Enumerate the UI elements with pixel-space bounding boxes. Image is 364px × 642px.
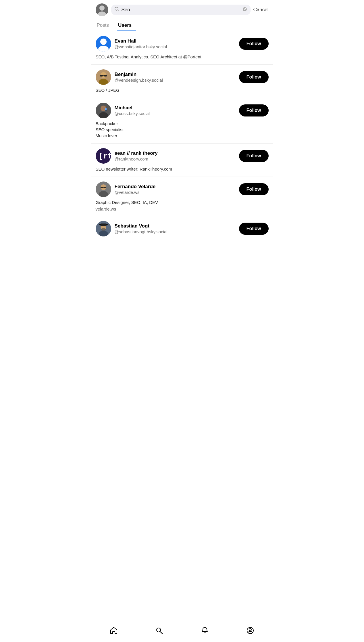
current-user-avatar[interactable] <box>96 3 108 16</box>
follow-button-sebastian[interactable]: Follow <box>239 223 269 235</box>
tab-users[interactable]: Users <box>117 20 136 31</box>
svg-text:[rt]: [rt] <box>99 152 111 160</box>
user-item-sebastian: Sebastian Vogt @sebastianvogt.bsky.socia… <box>91 216 273 241</box>
avatar-benjamin[interactable] <box>96 69 111 85</box>
header: Cancel <box>91 0 273 20</box>
user-handle-fernando: @velarde.ws <box>115 190 236 195</box>
user-link-fernando: velarde.ws <box>96 207 269 211</box>
user-bio-fernando: Graphic Designer, SEO, IA, DEV <box>96 199 269 205</box>
user-name-fernando: Fernando Velarde <box>115 184 236 190</box>
search-input[interactable] <box>122 7 240 13</box>
user-list: Evan Hall @websitejanitor.bsky.social Fo… <box>91 31 273 241</box>
follow-button-fernando[interactable]: Follow <box>239 183 269 195</box>
avatar-sebastian[interactable] <box>96 221 111 236</box>
user-bio-sean: SEO newsletter writer: RankTheory.com <box>96 166 269 172</box>
tabs-bar: Posts Users <box>91 20 273 31</box>
avatar-sean[interactable]: [rt] <box>96 148 111 164</box>
user-handle-sebastian: @sebastianvogt.bsky.social <box>115 229 236 234</box>
svg-line-4 <box>118 10 119 12</box>
user-info-evan-hall: Evan Hall @websitejanitor.bsky.social <box>115 38 236 49</box>
search-bar[interactable] <box>111 5 251 15</box>
user-item-evan-hall: Evan Hall @websitejanitor.bsky.social Fo… <box>91 31 273 65</box>
svg-point-26 <box>99 191 108 197</box>
svg-rect-27 <box>101 187 103 188</box>
svg-point-13 <box>99 79 108 85</box>
svg-rect-14 <box>100 75 103 77</box>
tab-posts[interactable]: Posts <box>96 20 114 31</box>
search-icon <box>115 7 119 13</box>
user-info-fernando: Fernando Velarde @velarde.ws <box>115 184 236 195</box>
user-item-fernando: Fernando Velarde @velarde.ws Follow Grap… <box>91 177 273 216</box>
follow-button-benjamin[interactable]: Follow <box>239 71 269 83</box>
user-handle-benjamin: @vendeesign.bsky.social <box>115 78 236 83</box>
avatar-evan-hall[interactable] <box>96 36 111 51</box>
user-handle-evan-hall: @websitejanitor.bsky.social <box>115 44 236 49</box>
follow-button-sean[interactable]: Follow <box>239 150 269 162</box>
user-bio-michael: Backpacker SEO specialist Music lover <box>96 121 269 139</box>
user-item-michael: Michael @coss.bsky.social Follow Backpac… <box>91 98 273 144</box>
svg-point-19 <box>99 112 108 118</box>
user-name-benjamin: Benjamin <box>115 72 236 77</box>
avatar-michael[interactable] <box>96 103 111 118</box>
user-handle-michael: @coss.bsky.social <box>115 111 236 116</box>
user-info-sebastian: Sebastian Vogt @sebastianvogt.bsky.socia… <box>115 223 236 234</box>
avatar-fernando[interactable] <box>96 181 111 197</box>
svg-point-1 <box>99 5 105 11</box>
cancel-button[interactable]: Cancel <box>253 7 269 13</box>
user-name-sean: sean // rank theory <box>115 150 236 156</box>
user-item-sean: [rt] sean // rank theory @ranktheory.com… <box>91 144 273 177</box>
svg-rect-15 <box>104 75 107 77</box>
user-name-evan-hall: Evan Hall <box>115 38 236 44</box>
user-info-benjamin: Benjamin @vendeesign.bsky.social <box>115 72 236 83</box>
svg-rect-34 <box>101 223 106 226</box>
search-clear-icon[interactable] <box>242 7 247 13</box>
user-handle-sean: @ranktheory.com <box>115 156 236 161</box>
user-info-sean: sean // rank theory @ranktheory.com <box>115 150 236 161</box>
svg-point-9 <box>100 39 107 45</box>
user-bio-evan-hall: SEO, A/B Testing, Analytics. SEO Archite… <box>96 54 269 60</box>
user-info-michael: Michael @coss.bsky.social <box>115 105 236 116</box>
svg-rect-21 <box>105 108 107 110</box>
user-item-benjamin: Benjamin @vendeesign.bsky.social Follow … <box>91 65 273 98</box>
user-name-sebastian: Sebastian Vogt <box>115 223 236 229</box>
follow-button-michael[interactable]: Follow <box>239 104 269 116</box>
follow-button-evan-hall[interactable]: Follow <box>239 38 269 50</box>
svg-point-35 <box>101 228 106 231</box>
svg-rect-28 <box>104 187 106 188</box>
user-name-michael: Michael <box>115 105 236 111</box>
user-bio-benjamin: SEO / JPEG <box>96 87 269 93</box>
